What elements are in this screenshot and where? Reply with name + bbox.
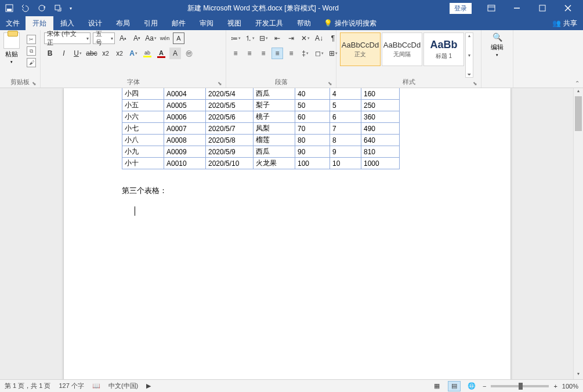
table-cell[interactable]: 火龙果	[254, 158, 295, 169]
tab-design[interactable]: 设计	[81, 16, 109, 30]
zoom-slider[interactable]	[491, 385, 549, 387]
spellcheck-icon[interactable]: 📖	[92, 382, 100, 390]
table-cell[interactable]: 810	[361, 146, 400, 158]
page[interactable]: 小四A00042020/5/4西瓜404160小五A00052020/5/5梨子…	[64, 88, 510, 379]
tab-layout[interactable]: 布局	[109, 16, 137, 30]
tell-me-search[interactable]: 💡 操作说明搜索	[318, 16, 382, 30]
table-cell[interactable]: A0007	[164, 123, 206, 135]
collapse-ribbon-icon[interactable]: ⌃	[575, 80, 580, 86]
table-cell[interactable]: 490	[361, 123, 400, 135]
table-cell[interactable]: 2020/5/7	[206, 123, 254, 135]
increase-indent-icon[interactable]: ⇥	[285, 32, 297, 44]
table-row[interactable]: 小八A00082020/5/8榴莲808640	[122, 135, 400, 146]
tab-view[interactable]: 视图	[220, 16, 248, 30]
close-icon[interactable]	[556, 1, 580, 15]
tab-review[interactable]: 审阅	[193, 16, 220, 30]
table-cell[interactable]: A0008	[164, 135, 206, 146]
format-painter-icon[interactable]: 🖌	[27, 58, 36, 67]
table-row[interactable]: 小七A00072020/5/7凤梨707490	[122, 123, 400, 135]
table-cell[interactable]: 梨子	[254, 100, 295, 111]
table-row[interactable]: 小五A00052020/5/5梨子505250	[122, 100, 400, 111]
find-icon[interactable]: 🔍	[493, 32, 502, 42]
change-case-icon[interactable]: Aa▾	[145, 32, 157, 44]
table-cell[interactable]: 西瓜	[254, 146, 295, 158]
word-count[interactable]: 127 个字	[59, 382, 84, 390]
styles-launcher-icon[interactable]: ⬊	[473, 81, 477, 86]
print-layout-icon[interactable]: ▤	[448, 381, 461, 391]
clipboard-launcher-icon[interactable]: ⬊	[32, 81, 37, 86]
tab-file[interactable]: 文件	[0, 16, 26, 30]
char-border-icon[interactable]: A	[173, 32, 184, 44]
table-cell[interactable]: 9	[330, 146, 361, 158]
table-cell[interactable]: 榴莲	[254, 135, 295, 146]
style-heading1[interactable]: AaBb 标题 1	[423, 32, 464, 66]
strikethrough-button[interactable]: abc	[86, 48, 97, 59]
table-cell[interactable]: 小四	[122, 88, 164, 100]
table-cell[interactable]: 80	[295, 135, 330, 146]
align-right-icon[interactable]: ≡	[258, 48, 269, 59]
page-status[interactable]: 第 1 页，共 1 页	[5, 382, 50, 390]
heading-text[interactable]: 第三个表格：	[122, 186, 452, 196]
phonetic-guide-icon[interactable]: wén	[159, 32, 171, 44]
shading-icon[interactable]: ◻▾	[313, 48, 325, 59]
table-cell[interactable]: 2020/5/5	[206, 100, 254, 111]
table-cell[interactable]: 凤梨	[254, 123, 295, 135]
shrink-font-icon[interactable]: A▾	[131, 32, 143, 44]
table-cell[interactable]: 640	[361, 135, 400, 146]
maximize-icon[interactable]	[531, 1, 554, 15]
superscript-button[interactable]: x2	[114, 48, 125, 59]
table-cell[interactable]: 2020/5/8	[206, 135, 254, 146]
table-cell[interactable]: 小五	[122, 100, 164, 111]
font-size-combo[interactable]: 五号	[93, 32, 115, 44]
share-button[interactable]: 👥 共享	[546, 16, 583, 30]
text-direction-icon[interactable]: ✕▾	[299, 32, 311, 44]
scroll-down-icon[interactable]: ▾	[574, 371, 583, 379]
decrease-indent-icon[interactable]: ⇤	[271, 32, 283, 44]
highlight-icon[interactable]: ab	[142, 48, 153, 59]
table-row[interactable]: 小十A00102020/5/10火龙果100101000	[122, 158, 400, 169]
table-cell[interactable]: 60	[295, 111, 330, 123]
table-cell[interactable]: 4	[330, 88, 361, 100]
table-cell[interactable]: 1000	[361, 158, 400, 169]
undo-icon[interactable]	[21, 3, 30, 13]
align-center-icon[interactable]: ≡	[244, 48, 255, 59]
table-cell[interactable]: 小八	[122, 135, 164, 146]
table-cell[interactable]: 250	[361, 100, 400, 111]
table-cell[interactable]: A0009	[164, 146, 206, 158]
editing-dropdown-icon[interactable]: ▾	[496, 53, 498, 57]
styles-gallery-nav[interactable]: ▴▾⏷	[465, 32, 473, 78]
editing-label[interactable]: 编辑	[491, 43, 504, 52]
table-cell[interactable]: 70	[295, 123, 330, 135]
table-cell[interactable]: 桃子	[254, 111, 295, 123]
table-cell[interactable]: 2020/5/6	[206, 111, 254, 123]
text-effects-icon[interactable]: A▾	[128, 48, 139, 59]
read-mode-icon[interactable]: ▦	[430, 381, 443, 391]
table-cell[interactable]: 160	[361, 88, 400, 100]
web-layout-icon[interactable]: 🌐	[465, 381, 478, 391]
font-launcher-icon[interactable]: ⬊	[218, 81, 222, 86]
table-cell[interactable]: 6	[330, 111, 361, 123]
align-distribute-icon[interactable]: ≡	[285, 48, 297, 59]
bullets-icon[interactable]: ≔▾	[230, 32, 241, 44]
table-cell[interactable]: 西瓜	[254, 88, 295, 100]
ribbon-options-icon[interactable]	[480, 1, 503, 15]
redo-icon[interactable]	[37, 3, 46, 13]
tab-developer[interactable]: 开发工具	[248, 16, 290, 30]
table-cell[interactable]: A0006	[164, 111, 206, 123]
vertical-scrollbar[interactable]: ▴ ▾	[573, 88, 583, 379]
chevron-down-icon[interactable]: ▾	[466, 53, 473, 58]
char-shading-icon[interactable]: A	[169, 48, 181, 59]
qat-dropdown-icon[interactable]: ▾	[70, 6, 72, 11]
zoom-knob[interactable]	[519, 383, 523, 390]
underline-button[interactable]: U▾	[72, 48, 84, 59]
bold-button[interactable]: B	[44, 48, 56, 59]
align-left-icon[interactable]: ≡	[230, 48, 241, 59]
table-cell[interactable]: A0010	[164, 158, 206, 169]
style-nospacing[interactable]: AaBbCcDd 无间隔	[382, 32, 422, 66]
table-cell[interactable]: 小六	[122, 111, 164, 123]
sort-icon[interactable]: A↓	[313, 32, 325, 44]
zoom-level[interactable]: 100%	[562, 383, 578, 390]
table-cell[interactable]: A0005	[164, 100, 206, 111]
table-cell[interactable]: 2020/5/4	[206, 88, 254, 100]
zoom-out-button[interactable]: −	[483, 383, 486, 390]
